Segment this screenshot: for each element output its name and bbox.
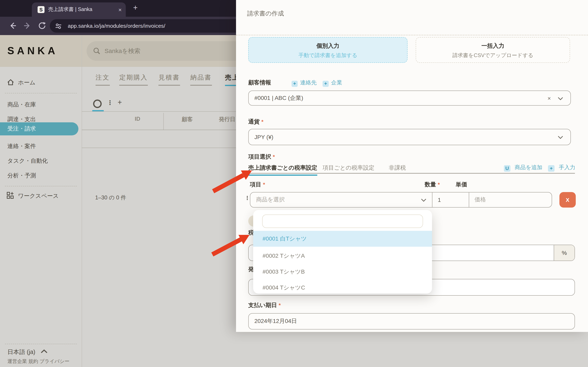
sidebar-item-analytics[interactable]: 分析・予測 — [7, 172, 36, 179]
sidebar-item-procurement[interactable]: 調達・支出 — [7, 116, 36, 123]
clear-icon[interactable]: × — [548, 95, 551, 101]
price-input[interactable]: 価格 — [469, 192, 553, 207]
sidebar-divider — [5, 186, 77, 186]
due-date-label: 支払い期日* — [248, 302, 281, 309]
tax-tab-per-invoice[interactable]: 売上請求書ごとの税率設定 — [248, 164, 317, 176]
product-select[interactable]: 商品を選択 — [250, 192, 432, 207]
column-header-id[interactable]: ID — [135, 116, 140, 122]
site-settings-icon[interactable] — [55, 22, 62, 30]
sidebar-item-home[interactable]: ホーム — [18, 79, 35, 86]
view-radio-icon[interactable] — [93, 100, 102, 108]
sidebar-divider — [5, 344, 77, 344]
search-placeholder: Sankaを検索 — [104, 47, 140, 55]
chevron-down-icon[interactable] — [558, 97, 563, 100]
app-logo[interactable]: SANKA — [7, 45, 58, 57]
column-header-customer[interactable]: 顧客 — [182, 116, 193, 123]
plus-icon: + — [292, 81, 298, 87]
panel-divider — [236, 35, 588, 35]
percent-suffix: % — [554, 245, 575, 261]
dropdown-option-3[interactable]: #0003 TシャツB — [253, 264, 432, 280]
tab-quotes[interactable]: 見積書 — [158, 73, 180, 86]
tax-tab-exempt[interactable]: 非課税 — [389, 164, 406, 175]
currency-select[interactable]: JPY (¥) — [248, 129, 571, 145]
drag-handle-icon[interactable]: ⋮ — [245, 195, 250, 201]
product-dropdown: #0001 白Tシャツ #0002 TシャツA #0003 TシャツB #000… — [253, 210, 432, 294]
add-product-link[interactable]: U 商品を追加 — [504, 164, 543, 172]
tab-delivery-notes[interactable]: 納品書 — [190, 73, 212, 86]
back-icon[interactable] — [8, 21, 17, 30]
browser-tab[interactable]: S 売上請求書 | Sanka × — [32, 2, 126, 17]
column-unit-price-label: 単価 — [456, 181, 467, 188]
table-row-border — [82, 148, 261, 148]
search-icon — [93, 47, 100, 55]
column-header-issue-date[interactable]: 発行日 — [219, 116, 235, 123]
plus-icon: + — [323, 81, 329, 87]
item-select-label: 項目選択* — [248, 153, 275, 161]
footer-link-privacy[interactable]: プライバシー — [39, 359, 69, 364]
sidebar-divider — [5, 93, 77, 93]
tab-subscriptions[interactable]: 定期購入 — [119, 73, 148, 86]
tax-tab-per-item[interactable]: 項目ごとの税率設定 — [323, 164, 374, 175]
mode-card-bulk[interactable]: 一括入力 請求書をCSVでアップロードする — [416, 37, 570, 63]
chevron-down-icon[interactable] — [558, 136, 563, 139]
column-qty-label: 数量* — [425, 181, 440, 188]
global-search-input[interactable]: Sankaを検索 — [86, 41, 262, 61]
tab-orders[interactable]: 注文 — [95, 73, 110, 86]
currency-label: 通貨* — [248, 118, 263, 125]
sidebar-item-contacts[interactable]: 連絡・案件 — [7, 143, 36, 150]
favicon: S — [38, 6, 44, 13]
customer-label: 顧客情報 — [248, 79, 271, 86]
workspace-grid-icon — [7, 192, 14, 200]
list-divider — [82, 111, 261, 112]
language-selector[interactable]: 日本語 (ja) — [7, 348, 35, 356]
add-view-icon[interactable]: + — [118, 98, 122, 107]
item-row-group: 商品を選択 1 価格 — [250, 192, 552, 208]
remove-item-button[interactable]: X — [559, 192, 576, 208]
create-invoice-panel: 請求書の作成 個別入力 手動で請求書を追加する 一括入力 請求書をCSVでアップ… — [236, 0, 588, 332]
dropdown-option-4[interactable]: #0004 TシャツC — [253, 280, 432, 296]
due-date-input[interactable]: 2024年12月04日 — [248, 313, 575, 329]
chevron-down-icon[interactable] — [421, 199, 426, 202]
sidebar-item-products[interactable]: 商品・在庫 — [7, 101, 36, 108]
manual-input-link[interactable]: + 手入力 — [548, 164, 575, 172]
dropdown-option-1[interactable]: #0001 白Tシャツ — [253, 231, 432, 247]
customer-select[interactable]: #0001 | ABC (企業) × — [248, 91, 571, 106]
column-item-label: 項目* — [250, 181, 265, 188]
screen: S 売上請求書 | Sanka × + app.sanka.io/ja/modu… — [0, 0, 588, 367]
dropdown-search-input[interactable] — [262, 215, 423, 228]
sidebar-item-orders-selected[interactable]: 受注・請求 — [0, 122, 78, 135]
view-kebab-icon[interactable]: ⋮ — [107, 99, 113, 106]
dropdown-option-2[interactable]: #0002 TシャツA — [253, 248, 432, 264]
footer-link-terms[interactable]: 規約 — [28, 359, 38, 364]
panel-title: 請求書の作成 — [247, 10, 284, 17]
reload-icon[interactable] — [38, 21, 47, 30]
url-text[interactable]: app.sanka.io/ja/modules/orders/invoices/ — [68, 23, 165, 29]
sidebar: SANKA ホーム 商品・在庫 調達・支出 受注・請求 連絡・案件 タスク・自動… — [0, 35, 82, 367]
chevron-up-icon[interactable] — [41, 350, 47, 354]
column-divider — [163, 113, 164, 130]
product-box-icon: U — [504, 165, 510, 172]
footer-link-company[interactable]: 運営企業 — [7, 359, 27, 364]
plus-icon: + — [548, 165, 554, 172]
card-title: 個別入力 — [249, 42, 407, 50]
mode-card-individual[interactable]: 個別入力 手動で請求書を追加する — [248, 37, 407, 63]
card-title: 一括入力 — [416, 42, 570, 50]
table-header-border — [82, 130, 261, 130]
tab-close-icon[interactable]: × — [118, 6, 122, 13]
card-subtitle: 請求書をCSVでアップロードする — [416, 52, 570, 59]
quantity-input[interactable]: 1 — [432, 192, 469, 207]
card-subtitle: 手動で請求書を追加する — [249, 52, 407, 59]
sidebar-item-workspace[interactable]: ワークスペース — [18, 192, 59, 200]
new-tab-icon[interactable]: + — [133, 3, 138, 12]
sidebar-item-tasks[interactable]: タスク・自動化 — [7, 157, 48, 165]
add-company-button[interactable]: +企業 — [323, 79, 342, 87]
add-contact-button[interactable]: +連絡先 — [292, 79, 317, 87]
pagination-count: 1–30 の 0 件 — [95, 194, 126, 201]
home-icon — [7, 78, 15, 86]
forward-icon[interactable] — [23, 21, 32, 30]
tab-title: 売上請求書 | Sanka — [48, 6, 92, 13]
